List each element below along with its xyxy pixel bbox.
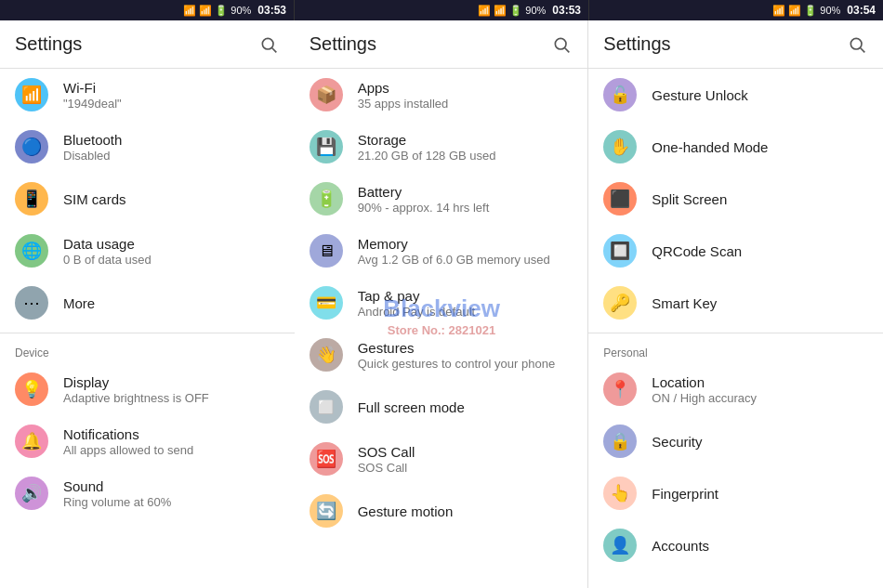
one-handed-icon: ✋ — [603, 130, 637, 163]
display-subtitle: Adaptive brightness is OFF — [63, 391, 280, 405]
panel-header-3: Settings — [588, 20, 883, 69]
gesture-unlock-title: Gesture Unlock — [652, 87, 868, 103]
status-icons-3: 📶 📶 🔋 90% 03:54 — [772, 4, 876, 17]
sim-title: SIM cards — [63, 191, 280, 207]
memory-title: Memory — [358, 236, 573, 252]
bluetooth-text: Bluetooth Disabled — [63, 132, 280, 163]
fullscreen-icon: ⬜ — [310, 390, 343, 424]
sound-text: Sound Ring volume at 60% — [63, 478, 280, 509]
gesture-motion-title: Gesture motion — [358, 503, 573, 519]
sound-title: Sound — [63, 478, 280, 494]
settings-item-gesture-motion[interactable]: 🔄 Gesture motion — [295, 485, 588, 537]
sound-subtitle: Ring volume at 60% — [63, 495, 280, 509]
status-panel-2: 📶 📶 🔋 90% 03:53 — [295, 0, 589, 20]
display-icon: 💡 — [15, 372, 48, 406]
svg-line-3 — [565, 47, 570, 52]
battery-percent-1: 90% — [231, 5, 251, 16]
settings-item-apps[interactable]: 📦 Apps 35 apps installed — [295, 69, 588, 121]
search-button-2[interactable] — [550, 33, 573, 56]
settings-item-security[interactable]: 🔒 Security — [588, 415, 883, 467]
notifications-icon: 🔔 — [15, 425, 48, 458]
mobile-signal-icon: 📶 — [199, 5, 212, 17]
gestures-subtitle: Quick gestures to control your phone — [358, 357, 573, 371]
settings-item-notifications[interactable]: 🔔 Notifications All apps allowed to send — [0, 415, 295, 467]
battery-title: Battery — [358, 184, 573, 200]
apps-icon: 📦 — [310, 78, 343, 111]
qr-title: QRCode Scan — [652, 243, 868, 259]
display-title: Display — [63, 374, 280, 390]
wifi-signal-icon: 📶 — [183, 5, 196, 17]
settings-item-one-handed[interactable]: ✋ One-handed Mode — [588, 121, 883, 173]
data-subtitle: 0 B of data used — [63, 253, 280, 267]
settings-item-data[interactable]: 🌐 Data usage 0 B of data used — [0, 225, 295, 277]
accounts-title: Accounts — [652, 538, 868, 554]
wifi-signal-icon-3: 📶 — [772, 5, 785, 17]
settings-panel-inner-2: Settings 📦 Apps 35 apps installed — [295, 20, 589, 588]
settings-item-sim[interactable]: 📱 SIM cards — [0, 173, 295, 225]
notifications-title: Notifications — [63, 426, 280, 442]
status-panel-3: 📶 📶 🔋 90% 03:54 — [589, 0, 883, 20]
settings-item-wifi[interactable]: 📶 Wi-Fi "1949deal" — [0, 69, 295, 121]
status-icons-1: 📶 📶 🔋 90% 03:53 — [183, 4, 286, 17]
data-text: Data usage 0 B of data used — [63, 236, 280, 267]
settings-item-smart[interactable]: 🔑 Smart Key — [588, 277, 883, 329]
settings-item-sos[interactable]: 🆘 SOS Call SOS Call — [295, 433, 588, 485]
settings-item-accounts[interactable]: 👤 Accounts — [588, 519, 883, 571]
settings-item-bluetooth[interactable]: 🔵 Bluetooth Disabled — [0, 121, 295, 173]
settings-item-gestures[interactable]: 👋 Gestures Quick gestures to control you… — [295, 329, 588, 381]
storage-text: Storage 21.20 GB of 128 GB used — [358, 132, 573, 163]
search-button-3[interactable] — [846, 33, 868, 56]
memory-subtitle: Avg 1.2 GB of 6.0 GB memory used — [358, 253, 573, 267]
settings-item-storage[interactable]: 💾 Storage 21.20 GB of 128 GB used — [295, 121, 588, 173]
settings-item-battery[interactable]: 🔋 Battery 90% - approx. 14 hrs left — [295, 173, 588, 225]
status-bar: 📶 📶 🔋 90% 03:53 📶 📶 🔋 90% 03:53 📶 📶 🔋 90… — [0, 0, 883, 20]
time-2: 03:53 — [552, 4, 581, 17]
sos-subtitle: SOS Call — [358, 461, 573, 475]
settings-item-qr[interactable]: 🔲 QRCode Scan — [588, 225, 883, 277]
sos-text: SOS Call SOS Call — [358, 444, 573, 475]
settings-list-1: 📶 Wi-Fi "1949deal" 🔵 Bluetooth Disabled — [0, 69, 295, 588]
svg-point-2 — [556, 38, 567, 49]
battery-subtitle: 90% - approx. 14 hrs left — [358, 201, 573, 215]
main-content: Settings 📶 Wi-Fi "1949deal" — [0, 20, 883, 588]
settings-list-3: 🔓 Gesture Unlock ✋ One-handed Mode ⬛ — [588, 69, 883, 588]
one-handed-title: One-handed Mode — [652, 139, 868, 155]
one-handed-text: One-handed Mode — [652, 139, 868, 155]
svg-line-5 — [861, 47, 865, 52]
notifications-subtitle: All apps allowed to send — [63, 443, 280, 457]
tap-icon: 💳 — [310, 286, 343, 320]
memory-text: Memory Avg 1.2 GB of 6.0 GB memory used — [358, 236, 573, 267]
search-button-1[interactable] — [257, 33, 280, 56]
gesture-motion-icon: 🔄 — [310, 494, 343, 528]
settings-item-more[interactable]: ⋯ More — [0, 277, 295, 329]
panel-title-2: Settings — [310, 33, 376, 55]
fullscreen-title: Full screen mode — [358, 399, 573, 415]
bluetooth-title: Bluetooth — [63, 132, 280, 148]
battery-icon-1: 🔋 — [215, 5, 228, 17]
battery-icon-2: 🔋 — [509, 5, 522, 17]
bluetooth-icon: 🔵 — [15, 130, 48, 163]
settings-panel-inner-3: Settings 🔓 Gesture Unlock ✋ — [588, 20, 883, 588]
qr-icon: 🔲 — [603, 234, 637, 268]
settings-item-fullscreen[interactable]: ⬜ Full screen mode — [295, 381, 588, 433]
status-panel-1: 📶 📶 🔋 90% 03:53 — [0, 0, 295, 20]
divider-1 — [0, 333, 295, 333]
settings-item-split[interactable]: ⬛ Split Screen — [588, 173, 883, 225]
panel-header-2: Settings — [295, 20, 588, 69]
gestures-icon: 👋 — [310, 338, 343, 372]
settings-item-display[interactable]: 💡 Display Adaptive brightness is OFF — [0, 363, 295, 415]
settings-item-sound[interactable]: 🔊 Sound Ring volume at 60% — [0, 467, 295, 519]
settings-item-gesture-unlock[interactable]: 🔓 Gesture Unlock — [588, 69, 883, 121]
settings-item-location[interactable]: 📍 Location ON / High accuracy — [588, 363, 883, 415]
settings-item-fingerprint[interactable]: 👆 Fingerprint — [588, 467, 883, 519]
gesture-unlock-text: Gesture Unlock — [652, 87, 868, 103]
location-icon: 📍 — [603, 372, 637, 406]
svg-point-4 — [850, 38, 862, 49]
settings-item-memory[interactable]: 🖥 Memory Avg 1.2 GB of 6.0 GB memory use… — [295, 225, 588, 277]
divider-3 — [588, 333, 883, 333]
device-category: Device — [0, 337, 295, 363]
security-text: Security — [652, 434, 868, 450]
settings-panel-2: Settings 📦 Apps 35 apps installed — [295, 20, 589, 588]
settings-item-tap[interactable]: 💳 Tap & pay Android Pay is default — [295, 277, 588, 329]
time-3: 03:54 — [847, 4, 876, 17]
